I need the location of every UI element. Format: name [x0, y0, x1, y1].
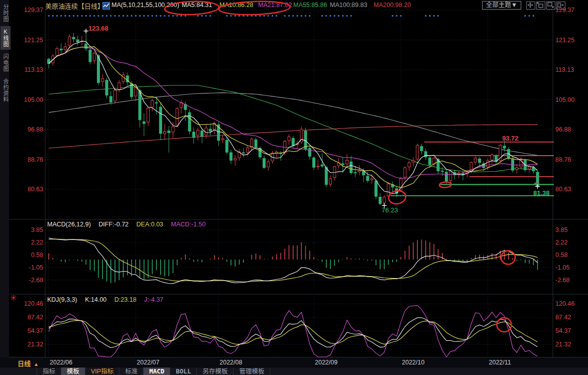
- svg-text:96.88: 96.88: [28, 126, 43, 133]
- svg-text:76.23: 76.23: [382, 206, 398, 214]
- template-toolbar: 指标 模板 VIP指标 标准 MACD BOLL 另存模板 管理模板: [0, 367, 588, 375]
- toolbar-item-macd[interactable]: MACD: [144, 367, 170, 375]
- toolbar-item-manage-templates[interactable]: 管理模板: [233, 367, 270, 375]
- svg-text:120.46: 120.46: [555, 300, 574, 307]
- move-layout-icon[interactable]: [526, 2, 535, 10]
- sidebar-tab-kline[interactable]: K线图: [1, 26, 11, 50]
- toolbar-item-save-template[interactable]: 另存模板: [197, 367, 233, 375]
- svg-text:87.42: 87.42: [555, 314, 571, 321]
- ma-settings-label: MA(5,10,21,55,100,200): [111, 2, 179, 9]
- period-arrow-icon: ▲: [34, 361, 39, 367]
- svg-text:105.00: 105.00: [24, 96, 43, 103]
- svg-text:120.46: 120.46: [24, 300, 43, 307]
- macd-pane-header: MACD(26,12,9) DIFF:-0.72 DEA:0.03 MACD:-…: [47, 221, 211, 228]
- svg-text:113.13: 113.13: [555, 66, 574, 73]
- toolbar-item-indicators[interactable]: 指标: [37, 367, 61, 375]
- left-tab-rail: 分时图 K线图 闪电图 合约资料: [0, 0, 9, 357]
- macd-diff-value: DIFF:-0.72: [98, 221, 129, 228]
- toolbar-item-boll[interactable]: BOLL: [170, 367, 197, 375]
- svg-text:87.42: 87.42: [28, 314, 43, 321]
- svg-text:2.22: 2.22: [555, 239, 567, 246]
- svg-text:80.63: 80.63: [28, 186, 43, 193]
- svg-text:54.37: 54.37: [28, 327, 43, 334]
- svg-text:0.58: 0.58: [31, 252, 43, 259]
- kdj-pane-header: KDJ(9,3,3) K:14.00 D:23.18 J:-4.37: [47, 296, 169, 303]
- svg-text:-1.05: -1.05: [29, 264, 44, 271]
- instrument-title: 美原油连续【日线】: [45, 1, 104, 11]
- pop-out-window-icon[interactable]: [556, 2, 565, 10]
- svg-text:81.38: 81.38: [533, 189, 550, 197]
- sidebar-tab-contract-info[interactable]: 合约资料: [1, 76, 11, 105]
- ma5-value: MA5:84.31: [182, 2, 212, 9]
- kdj-d-value: D:23.18: [114, 296, 137, 303]
- svg-text:113.13: 113.13: [25, 66, 43, 73]
- ma55-value: MA55:85.86: [293, 2, 327, 9]
- toolbar-item-templates[interactable]: 模板: [61, 367, 85, 375]
- svg-text:-1.05: -1.05: [555, 264, 570, 271]
- dock-top-left-icon[interactable]: [536, 2, 545, 10]
- ma21-value: MA21:87.02: [258, 2, 292, 9]
- svg-text:121.25: 121.25: [24, 37, 43, 44]
- kdj-j-value: J:-4.37: [144, 296, 163, 303]
- ma10-value: MA10:86.28: [219, 2, 253, 9]
- svg-text:80.63: 80.63: [555, 186, 571, 193]
- svg-text:105.00: 105.00: [555, 96, 574, 103]
- sidebar-tab-flash[interactable]: 闪电图: [1, 51, 11, 74]
- svg-text:-2.68: -2.68: [29, 277, 44, 284]
- chart-header: 美原油连续【日线】 MA(5,10,21,55,100,200) MA5:84.…: [9, 0, 588, 11]
- svg-text:21.32: 21.32: [28, 341, 43, 348]
- chart-canvas: 129.37129.37121.25121.25113.13113.13105.…: [0, 0, 588, 367]
- svg-text:123.68: 123.68: [88, 25, 108, 32]
- kline-chart-icon: [102, 2, 110, 10]
- svg-text:0.58: 0.58: [555, 252, 567, 259]
- svg-text:-2.68: -2.68: [555, 277, 570, 284]
- toolbar-item-vip-indicators[interactable]: VIP指标: [85, 367, 120, 375]
- svg-text:121.25: 121.25: [555, 37, 574, 44]
- svg-text:93.72: 93.72: [502, 135, 519, 142]
- svg-text:88.76: 88.76: [28, 156, 43, 163]
- ma100-value: MA100:89.83: [330, 2, 367, 9]
- svg-text:88.76: 88.76: [555, 156, 571, 163]
- svg-text:54.37: 54.37: [555, 327, 571, 334]
- kdj-k-value: K:14.00: [85, 296, 106, 303]
- toolbar-item-standard[interactable]: 标准: [120, 367, 144, 375]
- macd-title: MACD(26,12,9): [47, 221, 91, 228]
- macd-macd-value: MACD:-1.50: [171, 221, 206, 228]
- svg-text:3.85: 3.85: [555, 226, 567, 233]
- svg-text:96.88: 96.88: [555, 126, 571, 133]
- time-axis-row: 日线▲: [0, 357, 588, 367]
- macd-dea-value: DEA:0.03: [137, 221, 164, 228]
- app-window: 分时图 K线图 闪电图 合约资料 美原油连续【日线】 MA(5,10,21,55…: [0, 0, 588, 375]
- svg-text:3.85: 3.85: [31, 226, 43, 233]
- kdj-title: KDJ(9,3,3): [47, 296, 77, 303]
- ma200-value: MA200:98.20: [374, 2, 411, 9]
- dock-bottom-right-icon[interactable]: [546, 2, 555, 10]
- svg-text:21.32: 21.32: [555, 341, 571, 348]
- svg-text:2.22: 2.22: [31, 239, 43, 246]
- theme-selector-button[interactable]: 全部主题▼: [482, 1, 521, 10]
